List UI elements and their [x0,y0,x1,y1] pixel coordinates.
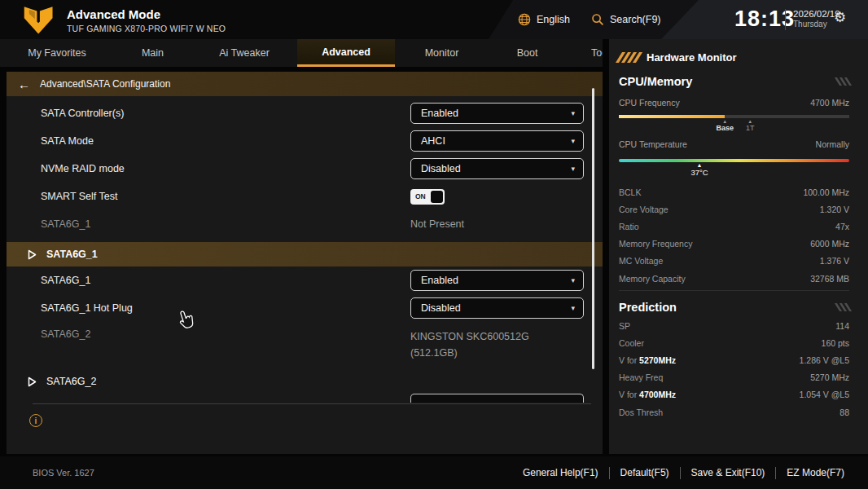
sata6g1-hotplug-dropdown[interactable]: Disabled ▾ [410,297,584,319]
clock-divider [785,9,786,30]
prediction-row: V for 4700MHz 1.054 V @L5 [619,386,849,403]
footer-bar: BIOS Ver. 1627 General Help(F1) Default(… [0,456,868,489]
drive-size: (512.1GB) [410,345,584,361]
info-icon[interactable]: i [29,414,42,427]
cpu-temperature-bar: ▲37°C [619,159,849,162]
cpu-temperature-row: CPU Temperature Normally [619,139,849,149]
stat-value: 100.00 MHz [803,187,849,197]
hardware-monitor-header: Hardware Monitor [619,47,849,67]
tab-monitor[interactable]: Monitor [395,39,489,67]
clock-date: 2026/02/19 Thursday [793,8,840,30]
sata6g1-enable-dropdown[interactable]: Enabled ▾ [410,270,584,291]
stat-value: 47x [835,222,849,231]
sata-controllers-dropdown[interactable]: Enabled ▾ [410,103,584,124]
language-selector[interactable]: English [518,0,570,39]
tab-main[interactable]: Main [114,39,191,67]
prediction-section: Prediction SP 114 Cooler 160 pts V for 5… [619,290,849,421]
cpu-memory-title: CPU/Memory [619,75,692,88]
mode-title: Advanced Mode [67,7,160,21]
tab-tool[interactable]: Tool [566,39,603,67]
cpu-memory-stats: BCLK 100.00 MHz Core Voltage 1.320 V Rat… [619,183,849,287]
sata6g1-group-row[interactable]: SATA6G_1 [7,242,603,267]
tab-my-favorites[interactable]: My Favorites [0,39,114,67]
chevron-down-icon: ▾ [571,304,575,312]
prediction-row: Heavy Freq 5270 MHz [619,369,849,386]
search-icon [591,13,604,26]
save-exit-button[interactable]: Save & Exit(F10) [681,467,776,478]
dropdown-value: Enabled [421,275,458,286]
cpu-frequency-label: CPU Frequency [619,98,680,108]
stat-label: Core Voltage [619,205,669,214]
drive-model: KINGSTON SKC600512G [410,328,584,345]
ez-mode-button[interactable]: EZ Mode(F7) [776,467,855,478]
tab-advanced[interactable]: Advanced [297,39,395,67]
language-label: English [537,14,570,25]
toggle-knob [431,191,443,203]
board-name: TUF GAMING X870-PRO WIFI7 W NEO [67,24,226,33]
prediction-title: Prediction [619,301,677,314]
stat-label: Memory Capacity [619,274,686,284]
search-control[interactable]: Search(F9) [591,0,661,39]
corner-stripes-icon [837,77,849,86]
chevron-down-icon: ▾ [571,276,575,284]
expand-triangle-icon [28,249,37,260]
readonly-value: Not Present [410,216,584,232]
toggle-state-label: ON [415,192,426,200]
sata-mode-dropdown[interactable]: AHCI ▾ [410,130,584,152]
tab-boot[interactable]: Boot [489,39,566,67]
tab-bar: My Favorites Main Ai Tweaker Advanced Mo… [0,39,603,67]
back-arrow-icon[interactable]: ← [18,78,30,90]
stat-row: Memory Capacity 32768 MB [619,270,849,287]
stripes-icon [619,52,639,63]
chevron-down-icon: ▾ [571,165,575,173]
sata6g2-group-row[interactable]: SATA6G_2 [7,369,603,394]
tab-ai-tweaker[interactable]: Ai Tweaker [191,39,297,67]
dropdown-value: AHCI [421,135,445,147]
cpu-memory-header: CPU/Memory [619,72,849,91]
tuf-logo-icon [21,3,57,36]
settings-panel: ← Advanced\SATA Configuration SATA Contr… [7,72,603,454]
weekday-value: Thursday [793,20,840,30]
prediction-row: SP 114 [619,317,849,334]
cpu-temperature-value: Normally [816,139,849,149]
stat-label: Memory Frequency [619,239,692,249]
scrollbar-thumb[interactable] [592,88,594,369]
default-button[interactable]: Default(F5) [610,467,680,478]
stat-value: 6000 MHz [810,239,849,249]
footer-links: General Help(F1) Default(F5) Save & Exit… [512,467,855,479]
chevron-down-icon: ▾ [571,109,575,117]
stat-row: Memory Frequency 6000 MHz [619,236,849,253]
expand-triangle-icon [28,377,37,387]
setting-row: SATA6G_1 Not Present [7,210,603,238]
hardware-monitor-panel: Hardware Monitor CPU/Memory CPU Frequenc… [609,39,868,454]
setting-row: SATA Mode AHCI ▾ [7,127,603,155]
smart-self-test-toggle[interactable]: ON [410,189,445,205]
stat-row: BCLK 100.00 MHz [619,183,849,200]
prediction-row: Cooler 160 pts [619,334,849,351]
group-label: SATA6G_1 [46,249,584,260]
prediction-header: Prediction [619,297,849,317]
stat-label: BCLK [619,187,641,197]
setting-row: SMART Self Test ON [7,183,603,210]
stat-value: 1.320 V [820,205,849,214]
stat-value: 1.376 V [820,256,849,266]
cpu-frequency-row: CPU Frequency 4700 MHz [619,98,849,108]
general-help-button[interactable]: General Help(F1) [512,467,609,478]
gear-icon[interactable]: ⚙ [834,11,846,24]
setting-label: SMART Self Test [41,191,410,202]
globe-icon [518,13,531,26]
hardware-monitor-title: Hardware Monitor [647,51,737,64]
panel-divider [33,403,591,404]
search-label: Search(F9) [610,14,661,25]
setting-row: SATA6G_2 KINGSTON SKC600512G (512.1GB) [7,322,603,366]
setting-row: SATA6G_1 Hot Plug Disabled ▾ [7,294,603,322]
one-t-marker: ▲1T [746,119,755,132]
bios-version: BIOS Ver. 1627 [33,468,94,478]
stat-row: Ratio 47x [619,218,849,235]
stat-row: MC Voltage 1.376 V [619,253,849,270]
stat-label: Ratio [619,222,639,231]
date-value: 2026/02/19 [793,8,840,20]
setting-label: SATA Controller(s) [41,108,410,119]
partial-dropdown [410,394,584,403]
nvme-raid-dropdown[interactable]: Disabled ▾ [410,158,584,179]
